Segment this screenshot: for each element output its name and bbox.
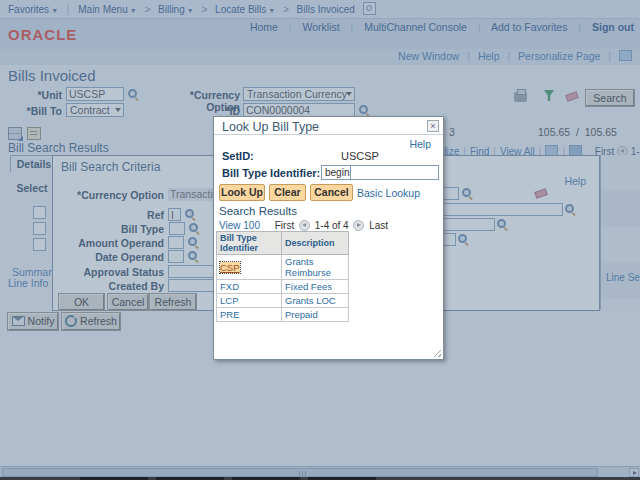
bill-type-link-pre[interactable]: PRE — [220, 309, 240, 320]
look-up-button[interactable]: Look Up — [219, 184, 265, 201]
table-row: LCP Grants LOC — [217, 294, 349, 308]
pager-range: 1-4 of 4 — [315, 220, 349, 231]
bill-type-link-lcp[interactable]: LCP — [220, 295, 238, 306]
next-page-icon[interactable] — [353, 220, 364, 231]
table-row: FXD Fixed Fees — [217, 280, 349, 294]
bill-type-desc-link[interactable]: Prepaid — [285, 309, 318, 320]
table-row: PRE Prepaid — [217, 308, 349, 322]
modal-help-link[interactable]: Help — [409, 138, 431, 150]
identifier-search-input[interactable] — [350, 165, 439, 180]
previous-page-icon[interactable] — [299, 220, 310, 231]
column-header-description[interactable]: Description — [282, 232, 349, 255]
modal-cancel-button[interactable]: Cancel — [310, 184, 353, 201]
basic-lookup-link[interactable]: Basic Lookup — [357, 187, 420, 199]
bill-type-link-csp[interactable]: CSP — [220, 262, 240, 273]
modal-title: Look Up Bill Type — [222, 120, 319, 134]
search-results-title: Search Results — [219, 205, 297, 217]
column-header-identifier[interactable]: Bill Type Identifier — [217, 232, 282, 255]
clear-button[interactable]: Clear — [269, 184, 306, 201]
close-icon[interactable]: × — [427, 120, 439, 132]
bill-type-desc-link[interactable]: Fixed Fees — [285, 281, 332, 292]
pager-last: Last — [369, 220, 388, 231]
lookup-bill-type-modal: Look Up Bill Type × Help SetID: USCSP Bi… — [213, 116, 444, 360]
view-100-link[interactable]: View 100 — [219, 220, 260, 231]
modal-titlebar: Look Up Bill Type × — [214, 117, 443, 135]
setid-value: USCSP — [341, 150, 379, 162]
table-row: CSP Grants Reimburse — [217, 255, 349, 280]
bill-type-desc-link[interactable]: Grants Reimburse — [285, 256, 331, 278]
identifier-label: Bill Type Identifier: — [222, 167, 320, 179]
modal-pager: View 100 First 1-4 of 4 Last — [219, 220, 388, 231]
lookup-results-table: Bill Type Identifier Description CSP Gra… — [216, 231, 349, 322]
resize-grip-icon[interactable] — [433, 349, 441, 357]
table-header-row: Bill Type Identifier Description — [217, 232, 349, 255]
bill-type-link-fxd[interactable]: FXD — [220, 281, 239, 292]
application-window: Favorites▼ | Main Menu▼ > Billing▼ > Loc… — [0, 0, 640, 480]
setid-label: SetID: — [222, 150, 254, 162]
pager-first: First — [275, 220, 294, 231]
bill-type-desc-link[interactable]: Grants LOC — [285, 295, 336, 306]
